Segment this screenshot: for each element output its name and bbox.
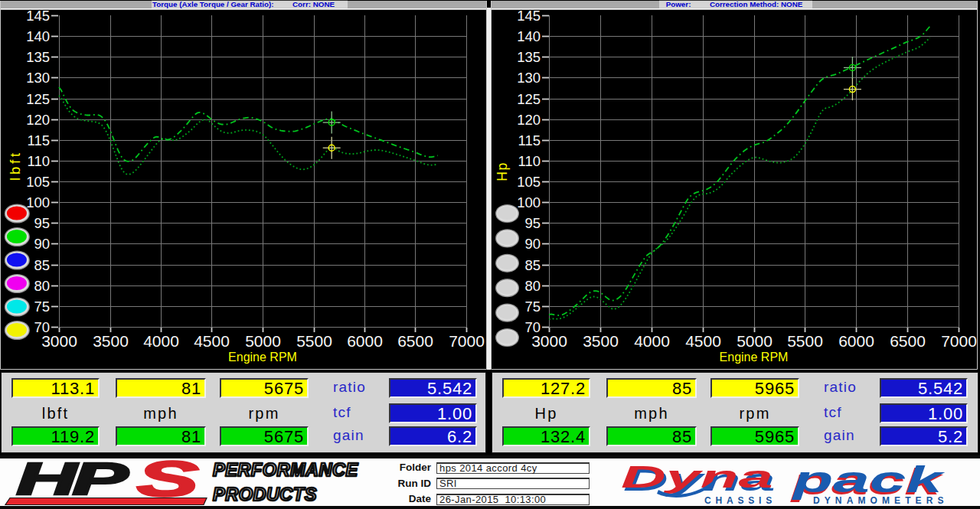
svg-text:80: 80	[34, 278, 50, 294]
svg-text:100: 100	[517, 194, 541, 210]
svg-text:4500: 4500	[685, 332, 721, 350]
svg-text:3500: 3500	[93, 332, 129, 350]
svg-text:Engine RPM: Engine RPM	[720, 351, 789, 364]
svg-text:Hp: Hp	[495, 162, 510, 181]
svg-text:75: 75	[34, 299, 50, 315]
svg-text:4000: 4000	[143, 332, 179, 350]
svg-text:75: 75	[524, 299, 541, 315]
svg-text:6500: 6500	[890, 332, 926, 350]
svg-text:95: 95	[34, 215, 50, 231]
svg-text:85: 85	[524, 257, 541, 273]
svg-text:115: 115	[28, 132, 51, 148]
svg-text:120: 120	[517, 112, 541, 128]
svg-text:90: 90	[524, 236, 541, 252]
svg-text:125: 125	[26, 91, 50, 107]
svg-text:6500: 6500	[397, 332, 433, 350]
svg-text:110: 110	[518, 153, 541, 169]
svg-text:105: 105	[517, 174, 541, 190]
svg-text:110: 110	[28, 153, 51, 169]
svg-text:145: 145	[517, 8, 541, 24]
svg-text:140: 140	[517, 28, 541, 44]
svg-text:DYNAMOMETERS: DYNAMOMETERS	[813, 495, 949, 506]
svg-text:135: 135	[26, 49, 50, 65]
svg-text:6000: 6000	[347, 332, 383, 350]
svg-text:145: 145	[26, 8, 50, 24]
svg-text:7000: 7000	[449, 332, 485, 350]
svg-text:HP: HP	[16, 458, 129, 504]
svg-text:80: 80	[524, 278, 541, 294]
svg-text:125: 125	[517, 91, 541, 107]
svg-text:135: 135	[517, 49, 541, 65]
svg-text:105: 105	[26, 174, 50, 190]
svg-text:100: 100	[26, 194, 50, 210]
svg-text:7000: 7000	[941, 332, 977, 350]
svg-text:lbft: lbft	[7, 150, 23, 181]
svg-text:Torque (Axle Torque / Gear Rat: Torque (Axle Torque / Gear Ratio): Corr:…	[152, 0, 335, 8]
svg-text:3000: 3000	[41, 332, 77, 350]
svg-text:90: 90	[34, 236, 50, 252]
svg-text:Dyna: Dyna	[621, 460, 773, 494]
svg-text:Engine RPM: Engine RPM	[228, 351, 297, 364]
svg-text:115: 115	[518, 132, 541, 148]
svg-text:Power: Correction Meth: Power: Correction Method: NONE	[666, 0, 803, 8]
svg-text:130: 130	[517, 70, 541, 86]
svg-text:5000: 5000	[245, 332, 281, 350]
svg-text:85: 85	[34, 257, 50, 273]
svg-text:PERFORMANCE: PERFORMANCE	[213, 460, 358, 480]
svg-text:PRODUCTS: PRODUCTS	[213, 485, 317, 504]
svg-text:4000: 4000	[634, 332, 670, 350]
svg-text:3500: 3500	[583, 332, 619, 350]
svg-text:CHASSIS: CHASSIS	[704, 495, 776, 506]
svg-text:3000: 3000	[531, 332, 567, 350]
svg-text:140: 140	[26, 28, 50, 44]
svg-text:120: 120	[26, 112, 50, 128]
svg-text:4500: 4500	[194, 332, 230, 350]
svg-text:95: 95	[524, 215, 541, 231]
svg-text:6000: 6000	[838, 332, 874, 350]
svg-text:5500: 5500	[296, 332, 332, 350]
svg-text:pack: pack	[792, 458, 946, 500]
svg-text:130: 130	[26, 70, 50, 86]
svg-text:5000: 5000	[737, 332, 773, 350]
svg-text:5500: 5500	[787, 332, 823, 350]
